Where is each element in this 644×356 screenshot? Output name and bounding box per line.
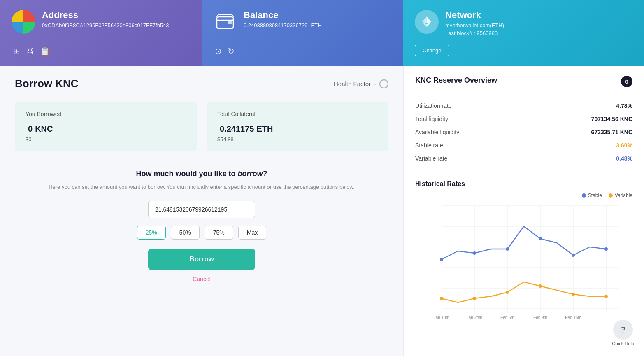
variable-dot [609, 193, 613, 198]
svg-point-21 [572, 254, 575, 257]
reserve-stats: Utilization rate 4.78% Total liquidity 7… [415, 99, 632, 165]
svg-marker-2 [427, 16, 431, 23]
collateral-usd: $54.88 [217, 136, 378, 142]
balance-value: 0.24038898984170336729 [244, 22, 307, 28]
qr-icon[interactable]: ⊞ [13, 46, 20, 56]
svg-point-20 [539, 237, 542, 240]
percent-75-button[interactable]: 75% [205, 226, 233, 240]
chart-area: Jan 18th Jan 24th Feb 5th Feb 9th Feb 15… [415, 202, 632, 329]
svg-point-27 [572, 293, 575, 296]
percent-max-button[interactable]: Max [238, 226, 266, 240]
svg-point-22 [604, 247, 608, 251]
svg-point-17 [440, 258, 443, 261]
copy-icon[interactable]: 📋 [40, 46, 50, 56]
health-info-icon[interactable]: i [379, 79, 388, 88]
header: Address 0xCDAb0f9B8CA1296F02F56430e806c0… [0, 0, 644, 66]
total-liquidity-row: Total liquidity 707134.56 KNC [415, 112, 632, 126]
svg-rect-1 [228, 21, 232, 24]
stable-legend: Stable [582, 193, 602, 198]
svg-point-28 [604, 295, 608, 298]
svg-point-19 [506, 247, 509, 251]
utilization-row: Utilization rate 4.78% [415, 99, 632, 112]
amount-input[interactable] [148, 201, 255, 218]
svg-text:Jan 24th: Jan 24th [467, 315, 482, 320]
percent-buttons: 25% 50% 75% Max [31, 226, 372, 240]
balance-title: Balance [244, 10, 321, 21]
chart-section: Historical Rates Stable Variable [415, 180, 632, 329]
stats-row: You Borrowed 0KNC $0 Total Collateral 0.… [15, 102, 388, 151]
svg-point-18 [473, 251, 476, 255]
form-title: How much would you like to borrow? [31, 170, 372, 178]
cancel-link[interactable]: Cancel [31, 276, 372, 282]
percent-25-button[interactable]: 25% [137, 226, 166, 240]
refresh-icon[interactable]: ↻ [228, 46, 235, 56]
address-card: Address 0xCDAb0f9B8CA1296F02F56430e806c0… [0, 0, 202, 66]
more-icon[interactable]: ⊙ [215, 46, 222, 56]
ethereum-icon [415, 10, 439, 34]
chart-svg: Jan 18th Jan 24th Feb 5th Feb 9th Feb 15… [415, 202, 632, 329]
borrowed-card: You Borrowed 0KNC $0 [15, 102, 197, 151]
page-title: Borrow KNC [15, 77, 79, 90]
health-factor: Health Factor - i [334, 79, 388, 88]
knc-badge: 0 [621, 76, 632, 87]
collateral-value: 0.241175ETH [217, 121, 378, 135]
wallet-icon [213, 10, 237, 34]
page-header: Borrow KNC Health Factor - i [15, 77, 388, 90]
chart-legend: Stable Variable [415, 193, 632, 198]
percent-50-button[interactable]: 50% [171, 226, 200, 240]
quick-help-button[interactable]: ? [613, 320, 633, 340]
available-liquidity-row: Available liquidity 673335.71 KNC [415, 126, 632, 139]
network-provider: myetherwallet.com(ETH) [445, 22, 504, 28]
collateral-card: Total Collateral 0.241175ETH $54.88 [207, 102, 388, 151]
print-icon[interactable]: 🖨 [26, 46, 34, 56]
network-block: Last block# : 9560983 [445, 30, 504, 36]
chart-title: Historical Rates [415, 180, 632, 188]
address-title: Address [42, 10, 169, 21]
borrow-button[interactable]: Borrow [148, 249, 255, 270]
borrowed-usd: $0 [26, 136, 186, 142]
health-factor-dash: - [374, 80, 376, 87]
svg-text:Feb 9th: Feb 9th [533, 315, 547, 320]
quick-help[interactable]: ? Quick Help [612, 320, 634, 346]
form-description: Here you can set the amount you want to … [31, 183, 372, 192]
svg-point-26 [539, 284, 542, 288]
balance-currency: ETH [311, 22, 321, 28]
main-content: Borrow KNC Health Factor - i You Borrowe… [0, 66, 644, 356]
svg-point-24 [473, 297, 476, 300]
panel-title: KNC Reserve Overview [415, 76, 497, 85]
quick-help-label: Quick Help [612, 341, 634, 346]
svg-point-25 [506, 291, 509, 294]
variable-rate-row: Variable rate 0.48% [415, 152, 632, 165]
address-value: 0xCDAb0f9B8CA1296F02F56430e806c017FF7fb5… [42, 22, 169, 28]
panel-header: KNC Reserve Overview 0 [415, 76, 632, 87]
borrow-form: How much would you like to borrow? Here … [15, 166, 388, 286]
health-factor-label: Health Factor [334, 80, 371, 87]
borrowed-label: You Borrowed [26, 111, 186, 117]
network-title: Network [445, 10, 504, 21]
svg-marker-3 [422, 16, 427, 23]
stable-dot [582, 193, 586, 198]
network-card: Network myetherwallet.com(ETH) Last bloc… [403, 0, 644, 66]
borrowed-value: 0KNC [26, 121, 186, 135]
variable-legend: Variable [609, 193, 632, 198]
left-panel: Borrow KNC Health Factor - i You Borrowe… [0, 66, 403, 356]
svg-point-23 [440, 297, 443, 300]
avatar [12, 10, 35, 34]
svg-text:Feb 5th: Feb 5th [500, 315, 514, 320]
stable-rate-row: Stable rate 3.60% [415, 139, 632, 152]
collateral-label: Total Collateral [217, 111, 378, 117]
svg-text:Jan 18th: Jan 18th [434, 315, 449, 320]
balance-card: Balance 0.24038898984170336729 ETH ⊙ ↻ [202, 0, 403, 66]
svg-text:Feb 15th: Feb 15th [565, 315, 581, 320]
right-panel: KNC Reserve Overview 0 Utilization rate … [403, 66, 644, 356]
change-button[interactable]: Change [415, 45, 449, 56]
